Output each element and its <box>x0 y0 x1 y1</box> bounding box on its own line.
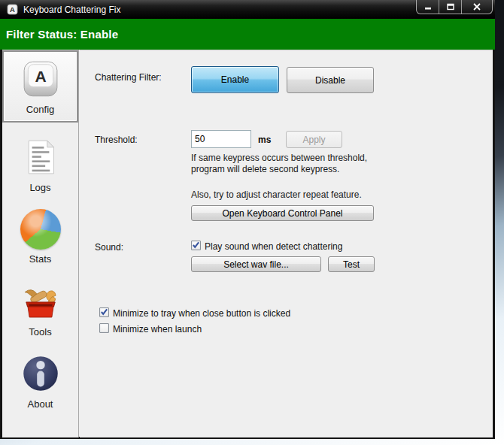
threshold-help-line2: program will delete second keypress. <box>191 164 339 174</box>
repeat-feature-hint: Also, try to adjust character repeat fea… <box>191 189 362 200</box>
disable-button[interactable]: Disable <box>287 67 374 93</box>
sidebar: A Config Logs Stats <box>2 50 79 437</box>
info-icon <box>20 353 62 395</box>
window-controls <box>416 0 493 14</box>
sidebar-item-stats[interactable]: Stats <box>2 201 78 273</box>
sidebar-item-about[interactable]: About <box>2 345 78 417</box>
sidebar-item-config[interactable]: A Config <box>2 50 78 123</box>
select-wav-file-button[interactable]: Select wav file... <box>191 256 321 272</box>
filter-status-banner: Filter Status: Enable <box>0 19 495 50</box>
app-window: A Keyboard Chattering Fix Filter Status:… <box>0 0 495 439</box>
sidebar-item-label: Logs <box>29 182 50 193</box>
title-bar[interactable]: A Keyboard Chattering Fix <box>0 0 495 19</box>
pie-chart-icon <box>20 209 61 250</box>
play-sound-checkbox[interactable] <box>191 241 201 250</box>
svg-text:A: A <box>10 6 15 14</box>
play-sound-label: Play sound when detect chattering <box>205 241 342 252</box>
apply-button[interactable]: Apply <box>286 131 342 148</box>
document-icon <box>20 136 62 178</box>
app-icon: A <box>7 4 18 15</box>
minimize-button[interactable] <box>417 0 439 14</box>
minimize-to-tray-label: Minimize to tray when close button is cl… <box>113 308 290 319</box>
maximize-button[interactable] <box>439 0 462 14</box>
sidebar-item-label: Config <box>26 104 55 115</box>
close-button[interactable] <box>462 0 492 14</box>
filter-status-text: Filter Status: Enable <box>6 28 118 41</box>
enable-button[interactable]: Enable <box>191 66 279 93</box>
chattering-filter-label: Chattering Filter: <box>95 72 162 83</box>
sidebar-item-label: Tools <box>29 326 51 338</box>
toolbox-icon <box>20 280 62 322</box>
check-icon <box>100 307 108 316</box>
maximize-icon <box>446 3 455 11</box>
minimize-icon <box>424 3 433 11</box>
minimize-when-launch-checkbox[interactable] <box>99 323 109 333</box>
open-keyboard-control-panel-button[interactable]: Open Keyboard Control Panel <box>191 205 374 221</box>
test-sound-button[interactable]: Test <box>328 256 375 272</box>
close-icon <box>472 3 481 11</box>
svg-text:A: A <box>35 68 46 85</box>
keyboard-key-icon: A <box>20 58 62 100</box>
threshold-unit-label: ms <box>258 135 271 145</box>
threshold-help-line1: If same keypress occurs between threshol… <box>191 153 367 163</box>
threshold-input[interactable] <box>191 130 251 148</box>
minimize-when-launch-label: Minimize when launch <box>113 324 202 335</box>
sidebar-item-logs[interactable]: Logs <box>2 129 78 201</box>
check-icon <box>192 241 200 250</box>
sidebar-item-tools[interactable]: Tools <box>2 273 78 345</box>
sound-label: Sound: <box>95 242 123 253</box>
window-title: Keyboard Chattering Fix <box>23 5 120 15</box>
sidebar-item-label: Stats <box>29 253 52 265</box>
threshold-label: Threshold: <box>95 135 138 145</box>
sidebar-item-label: About <box>28 398 53 410</box>
minimize-to-tray-checkbox[interactable] <box>99 307 109 317</box>
config-panel: Chattering Filter: Enable Disable Thresh… <box>80 50 493 437</box>
